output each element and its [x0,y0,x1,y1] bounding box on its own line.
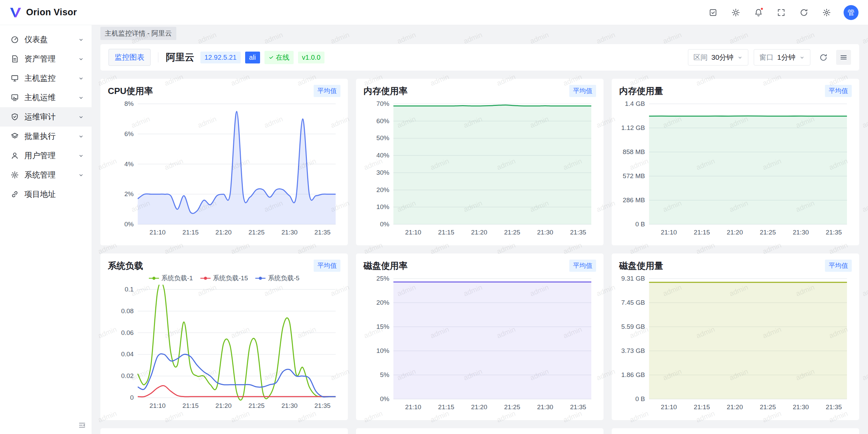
svg-text:0 B: 0 B [635,221,645,228]
orion-logo-icon [9,7,22,18]
link-icon [10,190,19,199]
sidebar-item-label: 批量执行 [24,131,78,141]
sidebar-item-2[interactable]: 主机监控 [0,69,92,88]
legend-item[interactable]: 系统负载-5 [255,274,299,283]
sidebar-item-8[interactable]: 项目地址 [0,185,92,204]
svg-text:21:35: 21:35 [826,229,842,236]
svg-text:5.59 GB: 5.59 GB [621,323,645,330]
chart-plot[interactable]: 9.31 GB7.45 GB5.59 GB3.73 GB1.86 GB0 B21… [619,274,852,414]
refresh-button[interactable] [816,50,831,65]
chart-plot[interactable]: 1.4 GB1.12 GB858 MB572 MB286 MB0 B21:102… [619,99,852,239]
navbar-actions: 管 [707,5,859,20]
header-controls: 区间 30分钟 窗口 1分钟 [688,49,851,65]
svg-text:9.31 GB: 9.31 GB [621,275,645,282]
svg-text:15%: 15% [376,323,389,330]
sun-icon[interactable] [729,6,742,19]
svg-text:21:15: 21:15 [438,403,454,411]
chevron-down-icon [78,95,84,101]
svg-text:21:15: 21:15 [694,229,710,236]
window-select[interactable]: 窗口 1分钟 [754,49,810,65]
chart-list-button[interactable] [836,50,851,65]
breadcrumb: 主机监控详情 - 阿里云 [92,25,868,41]
assets-icon [10,55,19,63]
svg-text:21:10: 21:10 [150,402,166,409]
sidebar-item-6[interactable]: 用户管理 [0,146,92,165]
chart-plot[interactable]: 70%60%50%40%30%20%10%0%21:1021:1521:2021… [363,99,596,239]
svg-text:0: 0 [130,394,134,401]
fullscreen-icon[interactable] [775,6,788,19]
avg-badge: 平均值 [314,85,340,97]
svg-text:0.04: 0.04 [121,351,134,358]
square-check-icon[interactable] [707,6,719,19]
notification-dot [760,7,764,11]
svg-text:0 B: 0 B [635,395,645,402]
sidebar-item-5[interactable]: 批量执行 [0,127,92,146]
users-icon [10,151,19,160]
sidebar-item-1[interactable]: 资产管理 [0,49,92,69]
menu-collapse-icon[interactable] [78,421,86,429]
svg-text:0.02: 0.02 [121,372,134,379]
avg-badge: 平均值 [825,260,852,272]
svg-text:10%: 10% [376,203,389,210]
chart-plot[interactable]: 0.10.080.060.040.02021:1021:1521:2021:25… [108,285,340,413]
svg-text:21:20: 21:20 [471,403,487,411]
legend-marker-icon [255,276,265,280]
svg-text:21:30: 21:30 [281,402,298,409]
svg-text:21:35: 21:35 [570,229,586,236]
sidebar-item-label: 主机监控 [24,73,78,83]
sidebar-item-label: 主机运维 [24,92,78,103]
svg-text:2%: 2% [124,190,134,197]
chart-card-4: 磁盘使用率平均值25%20%15%10%5%0%21:1021:1521:202… [356,253,604,420]
svg-text:10%: 10% [376,347,389,354]
sidebar: 仪表盘资产管理主机监控主机运维运维审计批量执行用户管理系统管理项目地址 [0,25,92,434]
sidebar-item-0[interactable]: 仪表盘 [0,30,92,49]
svg-text:4%: 4% [124,161,134,168]
check-icon [269,55,274,60]
chevron-down-icon [78,114,84,120]
gear-icon[interactable] [820,6,833,19]
window-value: 1分钟 [777,53,795,62]
chevron-down-icon [78,172,84,178]
chart-plot[interactable]: 25%20%15%10%5%0%21:1021:1521:2021:2521:3… [363,274,596,414]
svg-text:40%: 40% [376,152,389,159]
svg-text:21:25: 21:25 [249,229,265,236]
svg-text:0%: 0% [124,221,134,228]
svg-text:0%: 0% [380,221,390,228]
user-avatar[interactable]: 管 [844,5,859,20]
breadcrumb-item[interactable]: 主机监控详情 - 阿里云 [100,27,176,40]
interval-select[interactable]: 区间 30分钟 [688,49,748,65]
top-navbar: Orion Visor 管 [0,0,868,25]
chart-plot[interactable]: 8%6%4%2%0%21:1021:1521:2021:2521:3021:35 [108,99,340,239]
chart-title: 磁盘使用量 [619,260,663,272]
brand[interactable]: Orion Visor [9,7,77,18]
chart-card-partial [100,428,348,434]
svg-text:21:10: 21:10 [661,229,677,236]
legend-item[interactable]: 系统负载-1 [149,274,193,283]
avg-badge: 平均值 [569,85,596,97]
svg-text:30%: 30% [376,169,389,176]
svg-text:21:25: 21:25 [760,229,776,236]
chevron-down-icon [799,55,805,60]
monitor-chart-button[interactable]: 监控图表 [108,49,151,66]
svg-text:286 MB: 286 MB [623,196,645,204]
svg-text:21:25: 21:25 [249,402,265,409]
chevron-down-icon [737,55,743,60]
svg-text:21:25: 21:25 [504,403,520,411]
legend-label: 系统负载-5 [268,274,299,283]
legend-item[interactable]: 系统负载-15 [200,274,248,283]
sidebar-item-label: 运维审计 [24,112,78,122]
sidebar-item-4[interactable]: 运维审计 [0,107,92,127]
refresh-icon[interactable] [797,6,810,19]
host-tags: 12.92.5.21ali在线v1.0.0 [200,51,329,64]
chevron-down-icon [78,56,84,62]
bell-icon[interactable] [752,6,765,19]
monitor-icon [10,74,19,83]
sidebar-item-3[interactable]: 主机运维 [0,88,92,107]
svg-text:21:30: 21:30 [537,403,553,411]
chart-title: 内存使用量 [619,85,663,97]
host-header-card: 监控图表 阿里云 12.92.5.21ali在线v1.0.0 区间 30分钟 窗… [100,44,859,71]
interval-label: 区间 [693,53,708,62]
sidebar-item-7[interactable]: 系统管理 [0,165,92,185]
host-name: 阿里云 [166,51,194,64]
chart-card-header: 内存使用量平均值 [619,85,852,97]
